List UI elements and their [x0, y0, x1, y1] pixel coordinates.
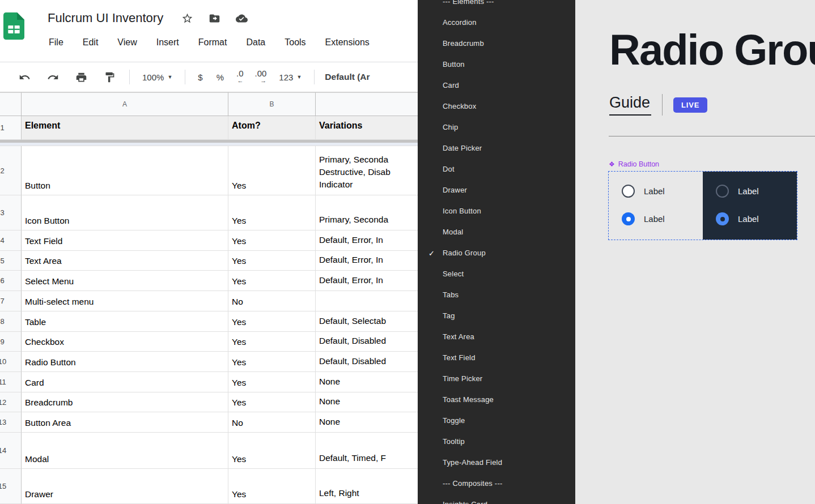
number-format-select[interactable]: 123▼ — [272, 72, 308, 82]
doc-title[interactable]: Fulcrum UI Inventory — [48, 11, 163, 25]
cell-variations[interactable]: Default, Error, In — [316, 251, 419, 271]
layers-panel-item[interactable]: Toggle — [418, 410, 575, 431]
menu-item[interactable]: File — [39, 33, 73, 52]
layers-panel-item[interactable]: Button — [418, 54, 575, 75]
layers-panel-item[interactable]: Dot — [418, 159, 575, 180]
menu-item[interactable]: Data — [236, 33, 275, 52]
cell-atom[interactable]: No — [228, 412, 316, 433]
move-to-folder-icon[interactable] — [209, 12, 220, 24]
header-cell-variations[interactable]: Variations — [316, 116, 419, 140]
cell-element[interactable]: Select Menu — [22, 271, 228, 291]
cloud-saved-icon[interactable] — [236, 12, 248, 24]
column-header-c[interactable] — [316, 92, 419, 116]
cell-variations[interactable]: Primary, Seconda — [316, 195, 419, 230]
layers-panel-item[interactable]: Drawer — [418, 180, 575, 200]
layers-panel-item[interactable]: Insights Card — [418, 494, 575, 504]
menu-item[interactable]: View — [108, 33, 146, 52]
print-icon[interactable] — [67, 66, 95, 88]
cell-element[interactable]: Radio Button — [22, 352, 228, 372]
row-number[interactable]: 15 — [0, 469, 22, 504]
cell-variations[interactable]: Default, Error, In — [316, 230, 419, 251]
increase-decimal-button[interactable]: .00→ — [249, 70, 273, 84]
cell-element[interactable]: Table — [22, 311, 228, 332]
radio-option-unselected[interactable]: Label — [716, 185, 797, 198]
row-number[interactable]: 4 — [0, 230, 22, 251]
format-currency-button[interactable]: $ — [191, 72, 209, 82]
cell-element[interactable]: Breadcrumb — [22, 392, 228, 412]
layers-panel-item[interactable]: Tooltip — [418, 431, 575, 452]
cell-element[interactable]: Drawer — [22, 469, 228, 504]
layers-panel-item[interactable]: Select — [418, 263, 575, 284]
cell-variations[interactable]: Left, Right — [316, 469, 419, 504]
layers-panel-item[interactable]: Tabs — [418, 284, 575, 305]
undo-icon[interactable] — [10, 66, 39, 88]
layers-panel-item[interactable]: Date Picker — [418, 138, 575, 159]
cell-element[interactable]: Text Field — [22, 230, 228, 251]
cell-element[interactable]: Button Area — [22, 412, 228, 433]
layers-panel-item[interactable]: Type-Ahead Field — [418, 452, 575, 473]
layers-panel-item[interactable]: Tag — [418, 305, 575, 326]
cell-atom[interactable]: Yes — [228, 392, 316, 412]
row-number[interactable]: 5 — [0, 251, 22, 271]
row-number[interactable]: 1 — [0, 116, 22, 140]
layers-panel-item[interactable]: --- Elements --- — [418, 0, 575, 12]
select-all-corner[interactable] — [0, 92, 22, 116]
menu-item[interactable]: Edit — [73, 33, 108, 52]
row-number[interactable]: 8 — [0, 311, 22, 332]
radio-option-unselected[interactable]: Label — [622, 185, 703, 198]
menu-item[interactable]: Format — [189, 33, 237, 52]
cell-element[interactable]: Checkbox — [22, 332, 228, 352]
cell-element[interactable]: Multi-select menu — [22, 291, 228, 311]
row-number[interactable]: 9 — [0, 332, 22, 352]
cell-atom[interactable]: Yes — [228, 433, 316, 469]
column-header-b[interactable]: B — [228, 92, 316, 116]
cell-atom[interactable]: Yes — [228, 332, 316, 352]
row-number[interactable]: 12 — [0, 392, 22, 412]
paint-format-icon[interactable] — [95, 66, 124, 88]
radio-unselected-icon[interactable] — [716, 185, 729, 198]
layers-panel-item[interactable]: Toast Message — [418, 389, 575, 410]
layers-panel-item[interactable]: Time Picker — [418, 368, 575, 389]
cell-variations[interactable]: Default, Disabled — [316, 332, 419, 352]
cell-element[interactable]: Text Area — [22, 251, 228, 271]
cell-atom[interactable]: Yes — [228, 271, 316, 291]
tab-guide[interactable]: Guide — [609, 94, 651, 116]
layers-panel-item[interactable]: Card — [418, 75, 575, 96]
header-cell-atom[interactable]: Atom? — [228, 116, 316, 140]
menu-item[interactable]: Tools — [275, 33, 315, 52]
cell-variations[interactable]: None — [316, 392, 419, 412]
cell-element[interactable]: Card — [22, 372, 228, 392]
cell-element[interactable]: Icon Button — [22, 195, 228, 230]
column-header-a[interactable]: A — [22, 92, 228, 116]
row-number[interactable]: 10 — [0, 352, 22, 372]
radio-selected-icon[interactable] — [716, 212, 729, 225]
cell-atom[interactable]: No — [228, 291, 316, 311]
row-number[interactable]: 13 — [0, 412, 22, 433]
cell-atom[interactable]: Yes — [228, 146, 316, 195]
layers-panel-item[interactable]: Accordion — [418, 12, 575, 33]
cell-variations[interactable]: None — [316, 372, 419, 392]
star-icon[interactable] — [181, 12, 193, 24]
row-number[interactable]: 6 — [0, 271, 22, 291]
cell-variations[interactable]: Default, Error, In — [316, 271, 419, 291]
font-select[interactable]: Default (Ar — [320, 72, 374, 82]
row-number[interactable]: 14 — [0, 433, 22, 469]
header-cell-element[interactable]: Element — [22, 116, 228, 140]
cell-variations[interactable]: Default, Selectab — [316, 311, 419, 332]
cell-variations[interactable]: None — [316, 412, 419, 433]
layers-panel-item[interactable]: Breadcrumb — [418, 33, 575, 54]
radio-group-selection[interactable]: Label Label Label Label — [608, 171, 797, 240]
component-label[interactable]: ❖ Radio Button — [609, 160, 659, 168]
radio-option-selected[interactable]: Label — [622, 212, 703, 225]
cell-atom[interactable]: Yes — [228, 469, 316, 504]
cell-atom[interactable]: Yes — [228, 230, 316, 251]
row-number[interactable]: 2 — [0, 146, 22, 195]
sheets-logo-icon[interactable] — [3, 12, 24, 40]
zoom-select[interactable]: 100%▼ — [135, 72, 179, 82]
cell-atom[interactable]: Yes — [228, 352, 316, 372]
redo-icon[interactable] — [39, 66, 67, 88]
layers-panel-item[interactable]: Checkbox — [418, 96, 575, 117]
layers-panel-item[interactable]: Text Area — [418, 326, 575, 347]
layers-panel-item[interactable]: Icon Button — [418, 200, 575, 221]
layers-panel-item[interactable]: Chip — [418, 117, 575, 138]
